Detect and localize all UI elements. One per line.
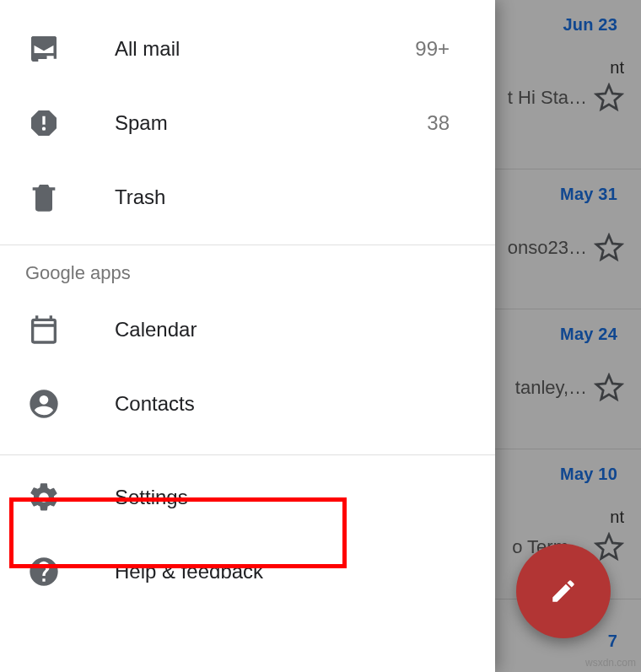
drawer-item-all-mail[interactable]: All mail 99+ xyxy=(0,12,495,86)
trash-icon xyxy=(25,179,62,216)
drawer-label: Help & feedback xyxy=(115,560,470,583)
all-mail-icon xyxy=(25,30,62,67)
drawer-label: All mail xyxy=(115,37,415,61)
drawer-item-help[interactable]: Help & feedback xyxy=(0,535,495,609)
email-item[interactable]: May 31 onso23… xyxy=(495,169,641,309)
drawer-item-spam[interactable]: Spam 38 xyxy=(0,86,495,160)
drawer-count: 99+ xyxy=(415,37,470,61)
calendar-icon xyxy=(25,311,62,348)
drawer-count: 38 xyxy=(427,111,470,135)
pencil-icon xyxy=(549,577,578,605)
star-icon[interactable] xyxy=(594,233,624,263)
star-icon[interactable] xyxy=(594,532,624,562)
drawer-item-calendar[interactable]: Calendar xyxy=(0,293,495,367)
email-item[interactable]: Jun 23 nt t Hi Sta… xyxy=(495,0,641,140)
watermark: wsxdn.com xyxy=(585,657,636,669)
email-date: Jun 23 xyxy=(495,15,624,35)
drawer-label: Trash xyxy=(115,185,470,209)
drawer-label: Settings xyxy=(115,486,470,509)
email-date: May 10 xyxy=(495,465,624,484)
drawer-label: Contacts xyxy=(115,392,470,416)
email-item[interactable]: May 24 tanley,… xyxy=(495,309,641,449)
email-title-row: nt xyxy=(495,508,624,527)
email-snippet-row: t Hi Sta… xyxy=(495,83,624,113)
star-icon[interactable] xyxy=(594,373,624,403)
drawer-item-contacts[interactable]: Contacts xyxy=(0,367,495,441)
star-icon[interactable] xyxy=(594,83,624,113)
drawer-label: Calendar xyxy=(115,318,470,341)
email-date: May 24 xyxy=(495,325,624,344)
email-date: May 31 xyxy=(495,185,624,204)
email-snippet-row: onso23… xyxy=(495,233,624,263)
spam-icon xyxy=(25,105,62,142)
drawer-label: Spam xyxy=(115,111,427,135)
section-header-google-apps: Google apps xyxy=(0,245,495,293)
contacts-icon xyxy=(25,385,62,422)
help-icon xyxy=(25,553,62,590)
settings-icon xyxy=(25,479,62,516)
email-snippet-row: tanley,… xyxy=(495,373,624,403)
drawer-item-settings[interactable]: Settings xyxy=(0,460,495,535)
email-title-row: nt xyxy=(495,58,624,78)
compose-fab[interactable] xyxy=(516,544,611,638)
navigation-drawer: All mail 99+ Spam 38 Trash Google apps C… xyxy=(0,0,495,672)
drawer-item-trash[interactable]: Trash xyxy=(0,160,495,234)
divider xyxy=(0,454,495,455)
